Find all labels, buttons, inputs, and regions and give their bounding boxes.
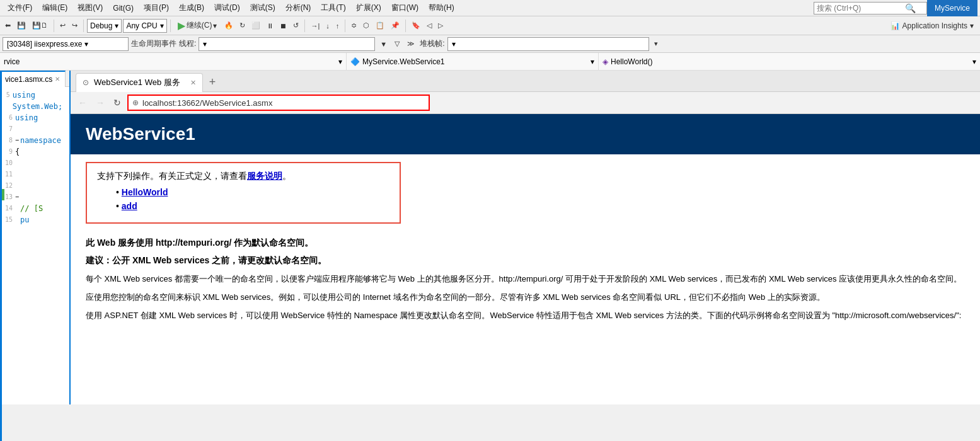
code-tab-label: vice1.asmx.cs — [5, 75, 52, 84]
namespace-selector[interactable]: rvice ▾ — [0, 53, 347, 71]
browser-tab-bar: ⊙ WebService1 Web 服务 ✕ + — [71, 71, 980, 92]
menu-build[interactable]: 生成(B) — [174, 1, 209, 14]
collapse-icon-2[interactable]: − — [15, 192, 19, 203]
separator1 — [54, 20, 54, 32]
filter-btn[interactable]: ▼ — [378, 39, 389, 49]
process-label: [30348] iisexpress.exe — [7, 40, 82, 49]
filter2-btn[interactable]: ▽ — [392, 38, 402, 49]
menu-edit[interactable]: 编辑(E) — [37, 1, 72, 14]
info-text-1: 此 Web 服务使用 http://tempuri.org/ 作为默认命名空间。 — [86, 238, 965, 249]
app-insights-label: Application Insights — [902, 21, 967, 30]
redo-btn[interactable]: ↪ — [69, 20, 80, 31]
menu-extensions[interactable]: 扩展(X) — [351, 1, 386, 14]
thread-label: 线程: — [179, 38, 196, 49]
menu-tools[interactable]: 工具(T) — [316, 1, 350, 14]
cpu-dropdown[interactable]: Any CPU ▾ — [123, 19, 166, 33]
search-box[interactable]: 🔍 — [814, 2, 927, 14]
menu-project[interactable]: 项目(P) — [139, 1, 174, 14]
myservice-tab[interactable]: MyService — [927, 0, 977, 16]
paragraph-2: 应使用您控制的命名空间来标识 XML Web services。例如，可以使用公… — [86, 291, 965, 304]
undo2-btn[interactable]: ↩ — [57, 20, 68, 31]
refresh-nav-btn[interactable]: ↻ — [111, 96, 124, 109]
undo-btn[interactable]: ⬅ — [3, 20, 13, 31]
browser-panel: ⊙ WebService1 Web 服务 ✕ + ← → ↻ ⊕ localho… — [71, 71, 980, 404]
bookmark-btn[interactable]: 🔖 — [409, 20, 423, 31]
code-line-2: 6 using — [0, 112, 69, 123]
nav1-btn[interactable]: ◁ — [424, 20, 434, 31]
new-tab-btn[interactable]: + — [203, 73, 222, 91]
play-icon: ▶ — [178, 20, 185, 32]
code-line-5: 9 { — [0, 146, 69, 158]
menu-window[interactable]: 窗口(W) — [386, 1, 424, 14]
step-into-btn[interactable]: ↓ — [323, 21, 332, 31]
code-panel: vice1.asmx.cs ✕ 5 using System.Web; 6 us… — [0, 71, 71, 404]
screen-btn[interactable]: ⬜ — [249, 20, 263, 31]
back-btn[interactable]: ← — [76, 96, 89, 109]
save-all-btn[interactable]: 💾🗋 — [30, 20, 50, 31]
menu-test[interactable]: 测试(S) — [245, 1, 280, 14]
debug-chevron: ▾ — [115, 21, 118, 30]
code-tab[interactable]: vice1.asmx.cs ✕ — [0, 71, 66, 87]
cpu-chevron: ▾ — [160, 21, 164, 30]
browser-tab-close[interactable]: ✕ — [190, 79, 196, 87]
code-line-10: 14 // [S — [0, 203, 69, 214]
pause-btn[interactable]: ⏸ — [264, 21, 276, 31]
thread-selector[interactable]: ▾ — [199, 37, 375, 51]
collapse-icon-1[interactable]: − — [15, 135, 19, 146]
code-line-8: 12 — [0, 180, 69, 192]
class-icon: 🔷 — [350, 57, 360, 66]
step-over-btn[interactable]: →| — [308, 21, 322, 31]
refresh-btn[interactable]: ↻ — [237, 20, 248, 31]
code-line-9: 13 − — [0, 192, 69, 203]
helloworld-link[interactable]: HelloWorld — [122, 187, 168, 197]
code-tab-close[interactable]: ✕ — [55, 76, 60, 83]
menu-bar: 文件(F) 编辑(E) 视图(V) Git(G) 项目(P) 生成(B) 调试(… — [0, 0, 980, 16]
webservice-title-bar: WebService1 — [71, 114, 980, 154]
copy-btn[interactable]: 📋 — [373, 20, 387, 31]
class-selector[interactable]: 🔷 MyService.WebService1 ▾ — [347, 53, 599, 71]
add-link[interactable]: add — [122, 201, 137, 211]
stack-selector[interactable]: ▾ — [447, 37, 649, 51]
menu-view[interactable]: 视图(V) — [72, 1, 108, 14]
diagnostics-btn[interactable]: ⬡ — [360, 20, 372, 31]
fire-btn[interactable]: 🔥 — [222, 20, 236, 31]
lifecycle-label: 生命周期事件 — [131, 38, 176, 49]
line-num-2: 6 — [3, 112, 13, 123]
browser-tab-active[interactable]: ⊙ WebService1 Web 服务 ✕ — [76, 73, 203, 92]
menu-analyze[interactable]: 分析(N) — [280, 1, 316, 14]
menu-file[interactable]: 文件(F) — [3, 1, 37, 14]
filter3-btn[interactable]: ≫ — [405, 38, 417, 49]
main-content: vice1.asmx.cs ✕ 5 using System.Web; 6 us… — [0, 71, 980, 404]
code-line-7: 11 — [0, 169, 69, 180]
debug-label: Debug — [90, 21, 112, 30]
down-btn[interactable]: ▾ — [652, 38, 660, 49]
breakpoint-btn[interactable]: ≎ — [349, 20, 359, 31]
step-out-btn[interactable]: ↑ — [333, 21, 342, 31]
save-btn[interactable]: 💾 — [14, 20, 28, 31]
debug-config-dropdown[interactable]: Debug ▾ — [87, 19, 122, 33]
search-input[interactable] — [817, 4, 905, 13]
separator4 — [304, 20, 305, 32]
continue-chevron: ▾ — [213, 21, 217, 30]
restart-btn[interactable]: ↺ — [291, 20, 301, 31]
stack-chevron: ▾ — [452, 40, 456, 49]
menu-git[interactable]: Git(G) — [108, 3, 139, 14]
menu-help[interactable]: 帮助(H) — [424, 1, 459, 14]
paragraph-1: 每个 XML Web services 都需要一个唯一的命名空间，以便客户端应用… — [86, 273, 965, 286]
code-line-11: 15 pu — [0, 214, 69, 226]
app-insights-btn[interactable]: 📊 Application Insights ▾ — [887, 20, 977, 32]
address-bar[interactable]: ⊕ localhost:13662/WebService1.asmx — [127, 94, 430, 111]
method-label: HelloWorld() — [611, 57, 652, 66]
service-desc-link[interactable]: 服务说明 — [247, 171, 282, 181]
stop-btn[interactable]: ⏹ — [277, 21, 289, 31]
method-selector[interactable]: ◈ HelloWorld() ▾ — [599, 53, 980, 71]
menu-debug[interactable]: 调试(D) — [209, 1, 245, 14]
continue-btn[interactable]: ▶ 继续(C) ▾ — [174, 18, 221, 33]
code-line-4: 8 − namespace — [0, 135, 69, 146]
paste-btn[interactable]: 📌 — [388, 20, 402, 31]
forward-btn[interactable]: → — [93, 96, 107, 109]
process-selector[interactable]: [30348] iisexpress.exe ▾ — [3, 37, 129, 51]
code-editor: 5 using System.Web; 6 using 7 8 − namesp… — [0, 87, 69, 228]
nav2-btn[interactable]: ▷ — [435, 20, 446, 31]
fire-icon: 🔥 — [224, 21, 233, 30]
